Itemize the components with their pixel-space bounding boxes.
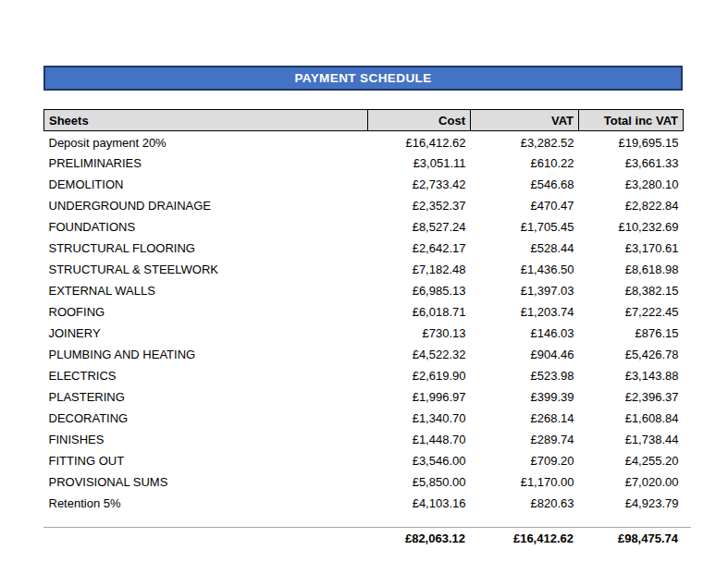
row-label: Deposit payment 20% — [44, 131, 368, 153]
row-total: £7,020.00 — [579, 471, 684, 493]
row-total: £876.15 — [579, 323, 684, 344]
row-total: £5,426.78 — [579, 344, 684, 365]
row-cost: £5,850.00 — [368, 471, 471, 493]
table-row: FOUNDATIONS£8,527.24£1,705.45£10,232.69 — [44, 216, 684, 238]
row-vat: £146.03 — [471, 323, 579, 344]
row-total: £2,396.37 — [579, 386, 684, 408]
table-row: PLUMBING AND HEATING£4,522.32£904.46£5,4… — [44, 344, 684, 365]
table-row: PLASTERING£1,996.97£399.39£2,396.37 — [44, 386, 684, 408]
row-vat: £1,705.45 — [471, 216, 579, 238]
totals-row: £82,063.12 £16,412.62 £98,475.74 — [43, 528, 683, 549]
row-vat: £904.46 — [471, 344, 579, 365]
row-label: Retention 5% — [44, 493, 368, 514]
row-cost: £4,103.16 — [368, 493, 471, 514]
row-cost: £1,996.97 — [368, 386, 471, 408]
row-vat: £3,282.52 — [471, 131, 579, 153]
column-header-sheets: Sheets — [44, 110, 368, 131]
row-vat: £1,203.74 — [471, 301, 579, 323]
row-vat: £289.74 — [471, 429, 579, 450]
row-vat: £268.14 — [471, 408, 579, 429]
row-cost: £16,412.62 — [368, 131, 471, 153]
row-vat: £820.63 — [471, 493, 579, 514]
row-vat: £470.47 — [471, 195, 579, 216]
table-row: FITTING OUT£3,546.00£709.20£4,255.20 — [44, 450, 684, 471]
row-vat: £528.44 — [471, 238, 579, 259]
row-cost: £1,448.70 — [368, 429, 471, 450]
table-row: PRELIMINARIES£3,051.11£610.22£3,661.33 — [44, 153, 684, 174]
row-total: £10,232.69 — [579, 216, 684, 238]
table-row: ROOFING£6,018.71£1,203.74£7,222.45 — [44, 301, 684, 323]
row-label: UNDERGROUND DRAINAGE — [44, 195, 368, 216]
document-page: PAYMENT SCHEDULE Sheets Cost VAT Total i… — [0, 0, 728, 574]
row-cost: £2,619.90 — [368, 365, 471, 386]
row-cost: £2,642.17 — [368, 238, 471, 259]
table-row: FINISHES£1,448.70£289.74£1,738.44 — [44, 429, 684, 450]
row-cost: £8,527.24 — [368, 216, 471, 238]
row-label: FOUNDATIONS — [44, 216, 368, 238]
row-label: STRUCTURAL FLOORING — [44, 238, 368, 259]
table-row: EXTERNAL WALLS£6,985.13£1,397.03£8,382.1… — [44, 280, 684, 301]
page-title: PAYMENT SCHEDULE — [294, 71, 431, 85]
row-vat: £546.68 — [471, 174, 579, 195]
table-row: DECORATING£1,340.70£268.14£1,608.84 — [44, 408, 684, 429]
row-label: DEMOLITION — [44, 174, 368, 195]
payment-schedule-table: Sheets Cost VAT Total inc VAT Deposit pa… — [43, 109, 684, 514]
row-label: FINISHES — [44, 429, 368, 450]
column-header-vat: VAT — [471, 110, 579, 131]
column-header-total: Total inc VAT — [579, 110, 684, 131]
payment-schedule-title-bar: PAYMENT SCHEDULE — [43, 66, 683, 91]
row-label: PLUMBING AND HEATING — [44, 344, 368, 365]
row-total: £7,222.45 — [579, 301, 684, 323]
row-vat: £709.20 — [471, 450, 579, 471]
totals-cost: £82,063.12 — [367, 531, 470, 545]
row-vat: £399.39 — [471, 386, 579, 408]
row-label: PRELIMINARIES — [44, 153, 368, 174]
row-cost: £1,340.70 — [368, 408, 471, 429]
row-cost: £6,985.13 — [368, 280, 471, 301]
row-total: £1,738.44 — [579, 429, 684, 450]
row-vat: £1,397.03 — [471, 280, 579, 301]
table-row: STRUCTURAL & STEELWORK£7,182.48£1,436.50… — [44, 259, 684, 280]
row-total: £4,923.79 — [579, 493, 684, 514]
row-cost: £4,522.32 — [368, 344, 471, 365]
row-label: JOINERY — [44, 323, 368, 344]
row-label: EXTERNAL WALLS — [44, 280, 368, 301]
row-total: £3,280.10 — [579, 174, 684, 195]
row-cost: £3,051.11 — [368, 153, 471, 174]
row-cost: £2,352.37 — [368, 195, 471, 216]
table-row: STRUCTURAL FLOORING£2,642.17£528.44£3,17… — [44, 238, 684, 259]
row-cost: £6,018.71 — [368, 301, 471, 323]
table-row: PROVISIONAL SUMS£5,850.00£1,170.00£7,020… — [44, 471, 684, 493]
row-total: £8,382.15 — [579, 280, 684, 301]
table-row: UNDERGROUND DRAINAGE£2,352.37£470.47£2,8… — [44, 195, 684, 216]
row-label: PROVISIONAL SUMS — [44, 471, 368, 493]
row-cost: £2,733.42 — [368, 174, 471, 195]
row-label: DECORATING — [44, 408, 368, 429]
row-label: PLASTERING — [44, 386, 368, 408]
row-total: £4,255.20 — [579, 450, 684, 471]
table-row: DEMOLITION£2,733.42£546.68£3,280.10 — [44, 174, 684, 195]
row-total: £2,822.84 — [579, 195, 684, 216]
totals-total: £98,475.74 — [578, 531, 683, 545]
row-total: £19,695.15 — [579, 131, 684, 153]
row-total: £3,170.61 — [579, 238, 684, 259]
row-cost: £730.13 — [368, 323, 471, 344]
row-label: ROOFING — [44, 301, 368, 323]
totals-vat: £16,412.62 — [470, 531, 578, 545]
row-cost: £3,546.00 — [368, 450, 471, 471]
row-label: FITTING OUT — [44, 450, 368, 471]
row-vat: £610.22 — [471, 153, 579, 174]
row-total: £1,608.84 — [579, 408, 684, 429]
row-vat: £1,436.50 — [471, 259, 579, 280]
row-total: £3,143.88 — [579, 365, 684, 386]
row-cost: £7,182.48 — [368, 259, 471, 280]
row-total: £3,661.33 — [579, 153, 684, 174]
table-row: Deposit payment 20%£16,412.62£3,282.52£1… — [44, 131, 684, 153]
column-header-cost: Cost — [368, 110, 471, 131]
row-total: £8,618.98 — [579, 259, 684, 280]
table-row: JOINERY£730.13£146.03£876.15 — [44, 323, 684, 344]
row-vat: £523.98 — [471, 365, 579, 386]
table-header-row: Sheets Cost VAT Total inc VAT — [44, 110, 684, 131]
row-label: STRUCTURAL & STEELWORK — [44, 259, 368, 280]
table-row: ELECTRICS£2,619.90£523.98£3,143.88 — [44, 365, 684, 386]
